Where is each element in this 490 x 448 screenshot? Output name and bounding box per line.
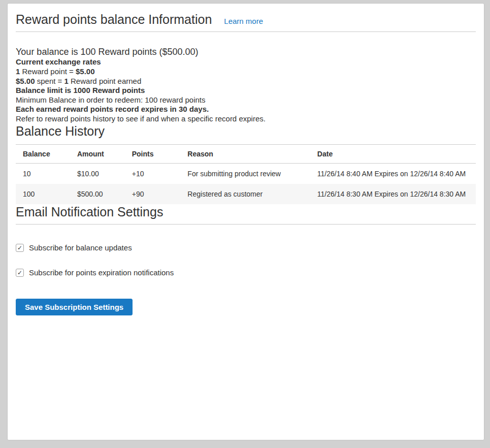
balance-updates-label[interactable]: Subscribe for balance updates [29,243,132,252]
reward-points-card: Reward points balance Information Learn … [7,3,484,440]
minimum-balance-text: Minimum Balance in order to redeem: 100 … [16,95,476,105]
page-header: Reward points balance Information Learn … [16,12,476,27]
expiration-note: Refer to reward points history to see if… [16,114,476,123]
table-row: 10 $10.00 +10 For submitting product rev… [16,164,476,184]
column-header-points: Points [125,145,181,164]
points-expiration-checkbox[interactable]: ✓ [16,269,24,277]
cell-date: 11/26/14 8:40 AM Expires on 12/26/14 8:4… [310,164,476,184]
exchange-rates-heading: Current exchange rates [16,57,476,67]
rate1-money: $5.00 [76,67,95,76]
cell-amount: $500.00 [70,184,125,204]
rate1-text: Reward point = [20,67,76,76]
column-header-date: Date [310,145,476,164]
expiration-heading: Each earned reward points record expires… [16,105,476,114]
cell-reason: For submitting product review [180,164,310,184]
page-title: Reward points balance Information [16,12,212,27]
exchange-rates-lines: 1 Reward point = $5.00$5.00 spent = 1 Re… [16,67,476,86]
balance-history-table: Balance Amount Points Reason Date 10 $10… [16,144,476,204]
column-header-balance: Balance [16,145,70,164]
checkmark-icon: ✓ [17,270,22,276]
balance-limit-heading: Balance limit is 1000 Reward points [16,86,476,95]
rate2-text1: spent = [35,77,64,85]
points-expiration-option: ✓ Subscribe for points expiration notifi… [16,268,476,277]
email-settings-divider [16,224,476,225]
cell-reason: Registered as customer [180,184,310,204]
rate2-money: $5.00 [16,77,35,85]
cell-balance: 100 [16,184,70,204]
column-header-amount: Amount [70,145,125,164]
column-header-reason: Reason [180,145,310,164]
cell-amount: $10.00 [70,164,125,184]
checkmark-icon: ✓ [17,245,22,251]
cell-points: +90 [125,184,181,204]
email-settings-title: Email Notification Settings [16,204,476,219]
balance-updates-option: ✓ Subscribe for balance updates [16,243,476,252]
table-row: 100 $500.00 +90 Registered as customer 1… [16,184,476,204]
balance-history-title: Balance History [16,123,476,139]
rate2-points: 1 [64,77,69,85]
cell-balance: 10 [16,164,70,184]
balance-summary: Your balance is 100 Reward points ($500.… [16,47,476,57]
save-subscription-button[interactable]: Save Subscription Settings [16,299,133,315]
header-divider [16,31,476,32]
learn-more-link[interactable]: Learn more [224,17,263,25]
table-header-row: Balance Amount Points Reason Date [16,145,476,164]
points-expiration-label[interactable]: Subscribe for points expiration notifica… [29,268,174,277]
cell-date: 11/26/14 8:30 AM Expires on 12/26/14 8:3… [310,184,476,204]
balance-updates-checkbox[interactable]: ✓ [16,244,24,252]
cell-points: +10 [125,164,181,184]
rate2-text2: Reward point earned [69,77,141,85]
